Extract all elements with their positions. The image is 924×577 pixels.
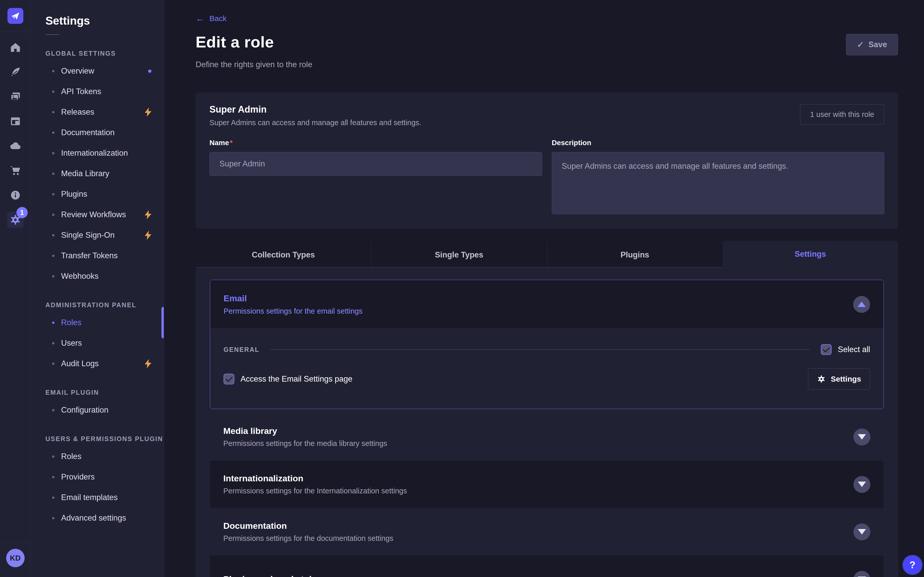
email-accordion-titles: Email Permissions settings for the email… <box>224 293 363 316</box>
role-card-header: Super Admin Super Admins can access and … <box>210 104 884 127</box>
bullet-icon <box>52 363 55 365</box>
tab-plugins[interactable]: Plugins <box>547 243 723 268</box>
page-title: Edit a role <box>195 33 274 51</box>
sidebar-item-review-workflows[interactable]: Review Workflows <box>31 205 164 225</box>
bullet-icon <box>52 152 55 155</box>
name-label: Name* <box>210 139 233 147</box>
cloud-icon[interactable] <box>7 138 24 154</box>
email-settings-button[interactable]: Settings <box>808 368 870 390</box>
lightning-icon <box>145 210 152 219</box>
accordion-titles: Plugins and marketplace <box>223 574 326 577</box>
email-accordion-header[interactable]: Email Permissions settings for the email… <box>210 280 884 329</box>
email-accordion-body: GENERAL Select all Access the Email Sett… <box>210 329 884 409</box>
chevron-down-icon <box>858 482 866 487</box>
sidebar-item-releases[interactable]: Releases <box>31 102 164 122</box>
section-administration-panel: ADMINISTRATION PANEL Roles Users Audit L… <box>31 301 164 374</box>
sidebar-item-documentation[interactable]: Documentation <box>31 122 164 143</box>
section-header: EMAIL PLUGIN <box>45 389 164 396</box>
help-button[interactable]: ? <box>903 556 922 574</box>
gear-icon <box>817 375 826 384</box>
sidebar-item-configuration[interactable]: Configuration <box>31 400 164 420</box>
sidebar-item-providers[interactable]: Providers <box>31 467 164 487</box>
lightning-icon <box>145 108 152 117</box>
notification-badge: 1 <box>16 207 28 218</box>
expand-button[interactable] <box>853 524 871 540</box>
sidebar-item-media-library[interactable]: Media Library <box>31 163 164 184</box>
description-field-group: Description Super Admins can access and … <box>552 139 884 214</box>
section-header: ADMINISTRATION PANEL <box>45 301 164 309</box>
required-asterisk: * <box>230 139 233 147</box>
lightning-icon <box>145 230 152 240</box>
main-content: ← Back Edit a role ✓ Save Define the rig… <box>164 0 924 577</box>
info-icon[interactable] <box>7 187 24 203</box>
expand-button[interactable] <box>853 571 871 577</box>
layout-icon[interactable] <box>7 113 24 129</box>
sidebar-item-roles-up[interactable]: Roles <box>31 446 164 467</box>
section-header: GLOBAL SETTINGS <box>45 50 164 57</box>
bullet-icon <box>52 111 55 113</box>
role-card: Super Admin Super Admins can access and … <box>195 92 898 229</box>
section-email-plugin: EMAIL PLUGIN Configuration <box>31 389 164 420</box>
name-field-group: Name* <box>210 139 542 214</box>
sidebar-item-audit-logs[interactable]: Audit Logs <box>31 353 164 374</box>
sidebar-item-advanced-settings[interactable]: Advanced settings <box>31 508 164 528</box>
sidebar-item-single-sign-on[interactable]: Single Sign-On <box>31 225 164 245</box>
feather-icon[interactable] <box>7 64 24 80</box>
accordion-documentation[interactable]: Documentation Permissions settings for t… <box>210 508 884 556</box>
chevron-down-icon <box>858 529 866 534</box>
accordion-media-library[interactable]: Media library Permissions settings for t… <box>210 413 884 461</box>
expand-button[interactable] <box>853 429 871 445</box>
bullet-icon <box>52 172 55 175</box>
sidebar-item-overview[interactable]: Overview <box>31 61 164 81</box>
accordion-titles: Media library Permissions settings for t… <box>223 426 387 448</box>
cart-icon[interactable] <box>7 162 24 179</box>
bullet-icon <box>52 517 55 519</box>
collapse-button[interactable] <box>853 296 870 313</box>
name-field[interactable] <box>210 152 542 176</box>
icon-rail: 1 KD <box>0 0 31 577</box>
permission-checkbox[interactable] <box>224 374 234 384</box>
bullet-icon <box>52 275 55 277</box>
role-form-fields: Name* Description Super Admins can acces… <box>210 139 884 214</box>
sidebar-item-roles-admin[interactable]: Roles <box>31 312 164 333</box>
description-field[interactable]: Super Admins can access and manage all f… <box>552 152 884 214</box>
bullet-icon <box>52 234 55 237</box>
avatar[interactable]: KD <box>6 549 25 567</box>
lightning-icon <box>145 359 152 368</box>
sidebar-item-email-templates[interactable]: Email templates <box>31 487 164 508</box>
page-subtitle: Define the rights given to the role <box>195 60 898 69</box>
sidebar-item-users[interactable]: Users <box>31 333 164 353</box>
expand-button[interactable] <box>853 476 871 493</box>
sidebar-item-api-tokens[interactable]: API Tokens <box>31 81 164 102</box>
settings-gear-icon[interactable]: 1 <box>7 211 24 228</box>
home-icon[interactable] <box>7 39 24 56</box>
role-description: Super Admins can access and manage all f… <box>210 118 421 127</box>
bullet-icon <box>52 214 55 216</box>
subnav-title-rule <box>45 34 59 35</box>
sidebar-item-plugins[interactable]: Plugins <box>31 184 164 205</box>
tab-collection-types[interactable]: Collection Types <box>195 243 371 268</box>
permission-group: Access the Email Settings page <box>224 374 352 384</box>
select-all-label: Select all <box>838 345 870 354</box>
tab-settings[interactable]: Settings <box>722 241 898 268</box>
media-library-icon[interactable] <box>7 89 24 105</box>
rail-nav: 1 <box>7 32 24 228</box>
accordion-plugins-and-marketplace[interactable]: Plugins and marketplace <box>210 556 884 577</box>
bullet-icon <box>52 455 55 458</box>
accordion-internationalization[interactable]: Internationalization Permissions setting… <box>210 461 884 508</box>
email-permissions-panel: Email Permissions settings for the email… <box>210 280 884 409</box>
bullet-icon <box>52 476 55 478</box>
sidebar-item-internationalization[interactable]: Internationalization <box>31 143 164 163</box>
bullet-icon <box>52 70 55 73</box>
users-with-role-button[interactable]: 1 user with this role <box>800 104 884 125</box>
save-button[interactable]: ✓ Save <box>846 34 898 55</box>
sidebar-item-webhooks[interactable]: Webhooks <box>31 266 164 287</box>
strapi-logo[interactable] <box>7 8 23 24</box>
permission-label: Access the Email Settings page <box>241 374 352 384</box>
bullet-icon <box>52 409 55 411</box>
tab-single-types[interactable]: Single Types <box>371 243 547 268</box>
sidebar-item-transfer-tokens[interactable]: Transfer Tokens <box>31 245 164 266</box>
back-link[interactable]: ← Back <box>195 14 227 23</box>
section-users-permissions-plugin: USERS & PERMISSIONS PLUGIN Roles Provide… <box>31 435 164 528</box>
select-all-checkbox[interactable] <box>821 344 832 355</box>
